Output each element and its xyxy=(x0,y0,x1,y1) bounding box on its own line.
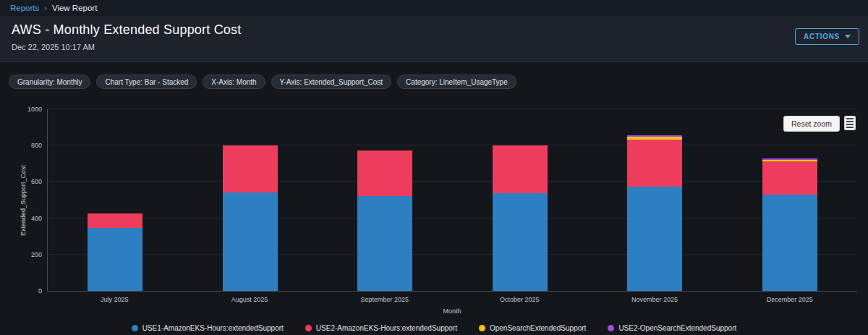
bar-segment[interactable] xyxy=(357,150,412,197)
bar-segment[interactable] xyxy=(493,193,548,291)
stacked-bar[interactable] xyxy=(762,109,817,291)
filter-chip[interactable]: Granularity: Monthly xyxy=(9,75,90,89)
stacked-bar[interactable] xyxy=(627,109,682,291)
x-tick-label: November 2025 xyxy=(587,296,723,303)
x-tick-label: October 2025 xyxy=(452,296,587,303)
legend-label: USE2-AmazonEKS-Hours:extendedSupport xyxy=(316,324,457,332)
stacked-bar[interactable] xyxy=(357,109,412,291)
breadcrumb: Reports › View Report xyxy=(0,0,868,16)
report-timestamp: Dec 22, 2025 10:17 AM xyxy=(12,43,241,51)
x-tick-label: July 2025 xyxy=(47,296,182,303)
bar-slot xyxy=(587,109,723,291)
x-tick-label: September 2025 xyxy=(317,296,452,303)
y-tick-label: 0 xyxy=(38,287,42,294)
page-title: AWS - Monthly Extended Support Cost xyxy=(12,22,241,38)
y-axis-title: Extended_Support_Cost xyxy=(20,164,27,235)
bars-layer xyxy=(48,109,857,291)
bar-segment[interactable] xyxy=(627,140,682,187)
bar-segment[interactable] xyxy=(223,145,278,193)
bar-slot xyxy=(183,109,318,291)
legend-item[interactable]: OpenSearchExtendedSupport xyxy=(479,324,586,332)
breadcrumb-reports-link[interactable]: Reports xyxy=(10,4,39,12)
chevron-down-icon xyxy=(845,35,851,38)
report-header-text: AWS - Monthly Extended Support Cost Dec … xyxy=(12,22,241,51)
legend-label: USE1-AmazonEKS-Hours:extendedSupport xyxy=(142,324,284,332)
y-tick-label: 800 xyxy=(31,142,42,149)
legend-label: USE2-OpenSearchExtendedSupport xyxy=(618,324,736,332)
y-tick-label: 1000 xyxy=(27,106,42,113)
legend-marker-icon xyxy=(479,325,485,331)
legend-item[interactable]: USE2-AmazonEKS-Hours:extendedSupport xyxy=(305,324,457,332)
y-tick-label: 200 xyxy=(31,251,42,258)
hamburger-menu-icon[interactable] xyxy=(844,116,856,130)
reset-zoom-button[interactable]: Reset zoom xyxy=(783,116,840,132)
actions-button[interactable]: ACTIONS xyxy=(795,28,859,45)
filter-chip[interactable]: Y-Axis: Extended_Support_Cost xyxy=(271,75,392,89)
filter-chip[interactable]: Category: LineItem_UsageType xyxy=(397,75,516,89)
legend-label: OpenSearchExtendedSupport xyxy=(490,324,586,332)
legend-marker-icon xyxy=(305,325,312,331)
filter-chip[interactable]: X-Axis: Month xyxy=(203,75,265,89)
legend-marker-icon xyxy=(132,325,138,331)
x-tick-label: August 2025 xyxy=(182,296,318,303)
actions-button-label: ACTIONS xyxy=(804,33,840,41)
bar-segment[interactable] xyxy=(88,213,142,228)
bar-segment[interactable] xyxy=(493,145,548,193)
bar-segment[interactable] xyxy=(88,228,142,291)
x-tick-label: December 2025 xyxy=(722,296,857,303)
legend-item[interactable]: USE1-AmazonEKS-Hours:extendedSupport xyxy=(132,324,284,332)
breadcrumb-current: View Report xyxy=(52,4,97,12)
stacked-bar[interactable] xyxy=(223,109,278,291)
plot-area: Extended_Support_Cost Reset zoom 0200400… xyxy=(47,109,857,292)
filter-chip[interactable]: Chart Type: Bar - Stacked xyxy=(96,75,197,89)
bar-slot xyxy=(723,109,858,291)
breadcrumb-separator-icon: › xyxy=(44,4,47,12)
bar-segment[interactable] xyxy=(357,196,412,291)
chart-legend: USE1-AmazonEKS-Hours:extendedSupportUSE2… xyxy=(0,324,868,332)
stacked-bar[interactable] xyxy=(493,109,548,291)
bar-slot xyxy=(318,109,453,291)
y-tick-label: 600 xyxy=(31,178,42,185)
bar-slot xyxy=(48,109,183,291)
legend-marker-icon xyxy=(608,325,614,331)
x-axis-title: Month xyxy=(36,308,868,315)
report-header: AWS - Monthly Extended Support Cost Dec … xyxy=(0,16,868,62)
legend-item[interactable]: USE2-OpenSearchExtendedSupport xyxy=(608,324,736,332)
chart-region: Extended_Support_Cost Reset zoom 0200400… xyxy=(0,109,868,332)
bar-segment[interactable] xyxy=(762,161,817,195)
bar-segment[interactable] xyxy=(223,192,278,291)
y-tick-label: 400 xyxy=(31,215,42,222)
x-axis-labels: July 2025August 2025September 2025Octobe… xyxy=(47,296,857,303)
stacked-bar[interactable] xyxy=(88,109,142,291)
filter-chips-row: Granularity: MonthlyChart Type: Bar - St… xyxy=(0,62,868,89)
bar-slot xyxy=(453,109,588,291)
bar-segment[interactable] xyxy=(762,195,817,291)
bar-segment[interactable] xyxy=(627,187,682,291)
